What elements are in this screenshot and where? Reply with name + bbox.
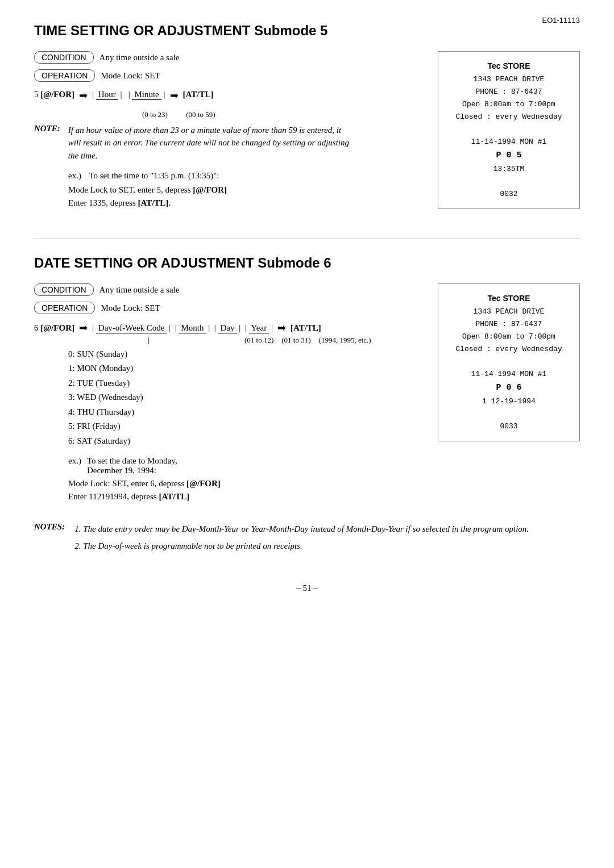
note-label-1: NOTE: — [34, 124, 60, 162]
section2-receipt: Tec STORE 1343 PEACH DRIVE PHONE : 87-64… — [438, 283, 580, 441]
section2-notes: NOTES: The date entry order may be Day-M… — [34, 522, 580, 556]
section1-left: CONDITION Any time outside a sale OPERAT… — [34, 51, 421, 211]
note-text-1: If an hour value of more than 23 or a mi… — [68, 124, 352, 162]
section1-operation-text: Mode Lock: SET — [101, 71, 160, 81]
receipt1-closed: Closed : every Wednesday — [449, 111, 569, 123]
page-reference: EO1-11113 — [542, 16, 580, 24]
day-5: 5: FRI (Friday) — [68, 419, 421, 434]
range-day: (01 to 31) — [281, 336, 310, 345]
receipt2-address: 1343 PEACH DRIVE — [449, 306, 569, 318]
operation-badge-1: OPERATION — [34, 69, 95, 82]
page-number: – 51 – — [34, 583, 580, 593]
section1-condition-row: CONDITION Any time outside a sale — [34, 51, 421, 64]
receipt2-date2-line: 1 12-19-1994 — [449, 395, 569, 408]
receipt2-date-line: 11-14-1994 MON #1 — [449, 368, 569, 381]
receipt2-mode-line: P 0 6 — [449, 381, 569, 395]
section1-enter-line2: Enter 1335, depress [AT/TL]. — [68, 198, 421, 208]
ex-label-1: ex.) — [68, 171, 81, 181]
section2-flow-main: 6 [@/FOR] ➡ | Day-of-Week Code | | Month… — [34, 322, 421, 335]
section1-receipt: Tec STORE 1343 PEACH DRIVE PHONE : 87-64… — [438, 51, 580, 209]
receipt1-time-line: 13:35TM — [449, 163, 569, 176]
arrow-1: ➡ — [79, 90, 88, 102]
receipt1-num-line: 0032 — [449, 188, 569, 201]
section2-condition-text: Any time outside a sale — [99, 285, 180, 295]
note-item-1: The date entry order may be Day-Month-Ye… — [83, 522, 529, 536]
flow-month: Month — [179, 323, 206, 333]
section1-ranges: (0 to 23) (00 to 59) — [142, 110, 421, 119]
section2-left: CONDITION Any time outside a sale OPERAT… — [34, 283, 421, 505]
notes-label-2: NOTES: — [34, 522, 65, 556]
section1-at-tl: [AT/TL] — [183, 90, 214, 99]
range-year: (1994, 1995, etc.) — [319, 336, 371, 345]
section1-operation-row: OPERATION Mode Lock: SET — [34, 69, 421, 82]
section2-operation-row: OPERATION Mode Lock: SET — [34, 302, 421, 314]
receipt2-phone: PHONE : 87-6437 — [449, 318, 569, 331]
flow-hour: Hour — [96, 90, 118, 100]
arrow-2: ➡ — [170, 90, 179, 102]
receipt2-hours: Open 8:00am to 7:00pm — [449, 331, 569, 343]
notes-text-2: The date entry order may be Day-Month-Ye… — [73, 522, 529, 556]
operation-badge-2: OPERATION — [34, 302, 95, 314]
section1-title: TIME SETTING OR ADJUSTMENT Submode 5 — [34, 23, 580, 39]
receipt1-hours: Open 8:00am to 7:00pm — [449, 98, 569, 111]
section2-enter-line2: Enter 112191994, depress [AT/TL] — [68, 492, 421, 502]
receipt2-closed: Closed : every Wednesday — [449, 343, 569, 356]
section2-ex: ex.) To set the date to Monday,December … — [34, 456, 421, 475]
day-3: 3: WED (Wednesday) — [68, 390, 421, 405]
receipt1-address: 1343 PEACH DRIVE — [449, 73, 569, 86]
range-dow: | — [148, 336, 244, 345]
section1-note: NOTE: If an hour value of more than 23 o… — [34, 124, 352, 162]
section2-flow-ranges: | (01 to 12) (01 to 31) (1994, 1995, etc… — [39, 336, 421, 345]
condition-badge-2: CONDITION — [34, 283, 94, 296]
receipt1-date-line: 11-14-1994 MON #1 — [449, 136, 569, 148]
time-setting-section: TIME SETTING OR ADJUSTMENT Submode 5 CON… — [34, 23, 580, 211]
arrow-3: ➡ — [79, 322, 88, 335]
section1-enter-line1: Mode Lock to SET, enter 5, depress [@/FO… — [68, 185, 421, 195]
section2-day-list: 0: SUN (Sunday) 1: MON (Monday) 2: TUE (… — [68, 347, 421, 449]
section1-ex: ex.) To set the time to "1:35 p.m. (13:3… — [68, 171, 421, 181]
ex-text-2: To set the date to Monday,December 19, 1… — [87, 456, 177, 475]
section2-flow-steps: | Day-of-Week Code | | Month | | Day | |… — [92, 323, 273, 333]
section2-condition-row: CONDITION Any time outside a sale — [34, 283, 421, 296]
ex-text-1: To set the time to "1:35 p.m. (13:35)": — [89, 171, 219, 180]
section2-title: DATE SETTING OR ADJUSTMENT Submode 6 — [34, 255, 580, 271]
ex-label-2: ex.) — [68, 456, 81, 475]
arrow-4: ➡ — [277, 322, 286, 335]
receipt2-store-name: Tec STORE — [449, 292, 569, 306]
note-item-2: The Day-of-week is programmable not to b… — [83, 539, 529, 553]
day-6: 6: SAT (Saturday) — [68, 434, 421, 449]
section1-content: CONDITION Any time outside a sale OPERAT… — [34, 51, 580, 211]
range-hour: (0 to 23) — [142, 110, 168, 119]
range-month: (01 to 12) — [244, 336, 273, 345]
section2-at-tl: [AT/TL] — [291, 323, 321, 333]
section2-flow-prefix: 6 [@/FOR] — [34, 323, 74, 333]
section1-flow-steps: | Hour | | Minute | — [92, 90, 165, 100]
range-minute: (00 to 59) — [186, 110, 215, 119]
section1-flow-row: 5 [@/FOR] ➡ | Hour | | Minute | ➡ [AT/TL… — [34, 90, 421, 102]
receipt1-phone: PHONE : 87-6437 — [449, 86, 569, 98]
receipt1-mode-line: P 0 5 — [449, 148, 569, 163]
section2-flow: 6 [@/FOR] ➡ | Day-of-Week Code | | Month… — [34, 322, 421, 345]
section2-enter-line1: Mode Lock: SET, enter 6, depress [@/FOR] — [68, 479, 421, 489]
day-2: 2: TUE (Tuesday) — [68, 376, 421, 391]
flow-minute: Minute — [132, 90, 161, 100]
flow-day: Day — [218, 323, 237, 333]
date-setting-section: DATE SETTING OR ADJUSTMENT Submode 6 CON… — [34, 255, 580, 556]
day-1: 1: MON (Monday) — [68, 361, 421, 376]
day-0: 0: SUN (Sunday) — [68, 347, 421, 362]
receipt2-num-line: 0033 — [449, 420, 569, 433]
flow-year: Year — [249, 323, 269, 333]
section2-content: CONDITION Any time outside a sale OPERAT… — [34, 283, 580, 505]
receipt1-store-name: Tec STORE — [449, 60, 569, 73]
receipt-box-2: Tec STORE 1343 PEACH DRIVE PHONE : 87-64… — [438, 283, 580, 441]
condition-badge-1: CONDITION — [34, 51, 94, 64]
receipt-box-1: Tec STORE 1343 PEACH DRIVE PHONE : 87-64… — [438, 51, 580, 209]
flow-dow: Day-of-Week Code — [96, 323, 167, 333]
section1-flow-prefix: 5 [@/FOR] — [34, 90, 74, 99]
section1-condition-text: Any time outside a sale — [99, 53, 180, 62]
day-4: 4: THU (Thursday) — [68, 405, 421, 420]
section2-operation-text: Mode Lock: SET — [101, 303, 160, 313]
